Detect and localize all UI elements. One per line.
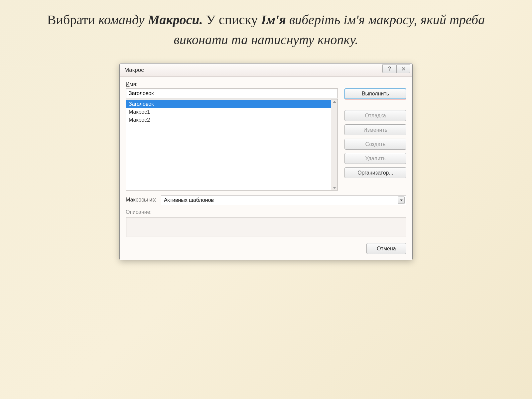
create-button[interactable]: Создать xyxy=(344,139,406,150)
macro-dialog: Макрос ? ✕ Имя: Заголовок Макрос1 xyxy=(119,63,413,260)
macro-listbox: Заголовок Макрос1 Макрос2 xyxy=(126,99,338,191)
source-select-value: Активных шаблонов xyxy=(164,197,214,203)
chevron-down-icon xyxy=(398,197,405,204)
description-box xyxy=(126,217,406,237)
close-icon: ✕ xyxy=(401,66,406,72)
help-icon: ? xyxy=(388,66,391,72)
name-label: Имя: xyxy=(126,81,406,87)
slide-instruction-text: Вибрати команду Макроси. У списку Ім'я в… xyxy=(0,0,532,57)
list-item[interactable]: Заголовок xyxy=(126,100,331,108)
close-button[interactable]: ✕ xyxy=(396,65,410,73)
organizer-button[interactable]: Организатор... xyxy=(344,167,406,178)
edit-button[interactable]: Изменить xyxy=(344,124,406,135)
description-label: Описание: xyxy=(126,209,406,215)
scroll-down-icon[interactable] xyxy=(333,187,336,189)
scroll-up-icon[interactable] xyxy=(333,101,336,103)
dialog-title: Макрос xyxy=(124,67,144,73)
list-item[interactable]: Макрос2 xyxy=(126,116,331,124)
listbox-scrollbar[interactable] xyxy=(331,99,337,190)
dialog-titlebar[interactable]: Макрос ? ✕ xyxy=(120,64,412,77)
help-button[interactable]: ? xyxy=(382,65,396,73)
macro-list[interactable]: Заголовок Макрос1 Макрос2 xyxy=(126,99,331,190)
list-item[interactable]: Макрос1 xyxy=(126,108,331,116)
run-button[interactable]: Выполнить xyxy=(344,88,406,99)
source-label: Макросы из: xyxy=(126,197,156,203)
debug-button[interactable]: Отладка xyxy=(344,110,406,121)
cancel-button[interactable]: Отмена xyxy=(366,243,406,254)
delete-button[interactable]: Удалить xyxy=(344,153,406,164)
macro-name-input[interactable] xyxy=(126,88,338,98)
macro-source-select[interactable]: Активных шаблонов xyxy=(161,195,406,205)
